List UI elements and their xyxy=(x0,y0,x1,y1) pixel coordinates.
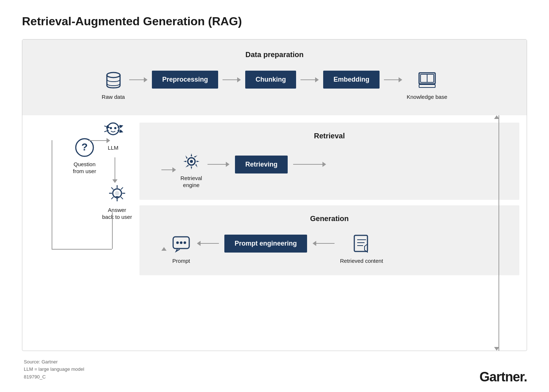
data-prep-section: Data preparation Raw data Preprocessing xyxy=(22,40,527,115)
llm-to-retrieval-arrow xyxy=(161,167,176,172)
note-text: LLM = large language model xyxy=(24,366,527,373)
svg-line-16 xyxy=(111,187,113,190)
question-label: Questionfrom user xyxy=(73,161,96,175)
generation-flow: Prompt Prompt engineering xyxy=(154,234,505,265)
retrieval-engine-label: Retrievalengine xyxy=(180,175,202,189)
retrieval-engine-icon xyxy=(181,151,202,172)
rc-to-pe-arrow xyxy=(313,241,335,246)
embedding-node: Embedding xyxy=(323,71,380,89)
left-vert-line xyxy=(52,140,52,249)
arrow-3 xyxy=(300,77,319,82)
svg-line-17 xyxy=(121,197,123,199)
llm-label: LLM xyxy=(108,144,118,152)
answer-loop-line xyxy=(112,212,113,249)
gartner-text: Gartner. xyxy=(479,369,527,384)
retrieval-flow: Retrievalengine Retrieving xyxy=(154,151,505,189)
retrieving-to-kb-arrow xyxy=(293,162,326,167)
bottom-h-line xyxy=(52,249,112,250)
generation-title: Generation xyxy=(154,214,505,223)
svg-line-19 xyxy=(111,197,113,199)
retrieved-content-icon xyxy=(351,234,372,254)
svg-point-9 xyxy=(114,127,116,129)
knowledge-base-label: Knowledge base xyxy=(407,93,447,101)
generation-section: Generation xyxy=(139,205,519,276)
prompt-label: Prompt xyxy=(172,257,190,265)
data-prep-title: Data preparation xyxy=(37,51,512,59)
pe-to-prompt-arrow xyxy=(197,241,219,246)
raw-data-node: Raw data xyxy=(102,70,125,101)
svg-point-27 xyxy=(176,241,179,244)
retrieval-engine-node: Retrievalengine xyxy=(180,151,202,189)
lower-wrapper: ? Questionfrom user xyxy=(22,115,527,351)
retrieved-content-node: Retrieved content xyxy=(340,234,383,265)
retrieving-box: Retrieving xyxy=(235,156,288,173)
diagram-container: Data preparation Raw data Preprocessing xyxy=(22,39,527,351)
kb-vertical-connector xyxy=(498,115,499,351)
svg-point-7 xyxy=(107,123,119,135)
prompt-icon xyxy=(171,234,191,254)
arrow-4 xyxy=(384,77,402,82)
svg-text:?: ? xyxy=(81,141,87,153)
prompt-node: Prompt xyxy=(171,234,191,265)
svg-point-0 xyxy=(107,72,120,78)
svg-point-24 xyxy=(190,160,193,163)
svg-point-8 xyxy=(110,127,112,129)
svg-point-29 xyxy=(184,241,186,244)
right-sections: Retrieval xyxy=(139,115,527,351)
prompt-engineering-node: Prompt engineering xyxy=(224,235,307,253)
prompt-engineering-box: Prompt engineering xyxy=(224,235,307,253)
raw-data-label: Raw data xyxy=(102,93,125,101)
page-title: Retrieval-Augmented Generation (RAG) xyxy=(22,15,527,28)
retrieval-title: Retrieval xyxy=(154,132,505,140)
knowledge-base-icon xyxy=(417,70,437,90)
answer-icon xyxy=(107,183,127,204)
kb-up-arrow xyxy=(494,115,499,119)
chunking-box: Chunking xyxy=(245,71,296,89)
id-text: 819790_C xyxy=(24,373,527,381)
preprocessing-box: Preprocessing xyxy=(152,71,218,89)
answer-label: Answerback to user xyxy=(102,206,132,221)
llm-node: LLM xyxy=(103,121,123,152)
answer-node: Answerback to user xyxy=(102,183,132,221)
retrieval-section: Retrieval xyxy=(139,123,519,200)
arrow-1 xyxy=(129,77,147,82)
svg-rect-30 xyxy=(354,235,367,251)
preprocessing-node: Preprocessing xyxy=(152,71,218,89)
footer: Source: Gartner LLM = large language mod… xyxy=(22,358,527,381)
gartner-logo: Gartner. xyxy=(479,369,527,385)
knowledge-base-node: Knowledge base xyxy=(407,70,447,101)
arrow-2 xyxy=(223,77,241,82)
data-prep-flow: Raw data Preprocessing Chunking xyxy=(37,70,512,101)
source-text: Source: Gartner xyxy=(24,358,527,366)
retrieving-node: Retrieving xyxy=(235,156,288,173)
retrieved-content-label: Retrieved content xyxy=(340,257,383,265)
llm-to-answer-arrow xyxy=(112,157,117,183)
kb-down-arrow xyxy=(494,347,499,351)
svg-line-18 xyxy=(121,187,123,190)
chunking-node: Chunking xyxy=(245,71,296,89)
svg-point-28 xyxy=(180,241,183,244)
engine-to-retrieving-arrow xyxy=(208,162,229,167)
svg-rect-4 xyxy=(419,85,435,87)
raw-data-icon xyxy=(103,70,124,90)
embedding-box: Embedding xyxy=(323,71,380,89)
q-to-prompt-arrow xyxy=(161,247,167,251)
llm-icon xyxy=(103,121,123,141)
svg-point-20 xyxy=(115,191,119,195)
left-column: ? Questionfrom user xyxy=(22,115,139,351)
